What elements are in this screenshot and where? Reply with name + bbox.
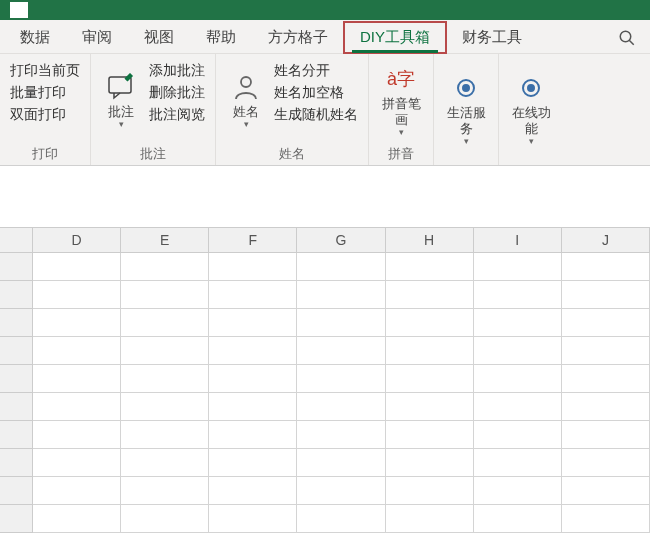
search-button[interactable] (604, 23, 650, 53)
cell[interactable] (297, 337, 385, 365)
spreadsheet-grid[interactable]: DEFGHIJ (0, 228, 650, 533)
cell[interactable] (297, 309, 385, 337)
cell[interactable] (209, 477, 297, 505)
comments-dropdown[interactable]: 批注 ▾ (101, 58, 141, 143)
cell[interactable] (33, 309, 121, 337)
cell[interactable] (209, 337, 297, 365)
cell[interactable] (386, 393, 474, 421)
tab-finance[interactable]: 财务工具 (446, 22, 538, 53)
cell[interactable] (386, 365, 474, 393)
column-header[interactable]: J (562, 228, 650, 253)
row-header[interactable] (0, 309, 33, 337)
cell[interactable] (121, 449, 209, 477)
cell[interactable] (209, 421, 297, 449)
cell[interactable] (386, 449, 474, 477)
tab-diy-toolbox[interactable]: DIY工具箱 (344, 22, 446, 53)
browse-comment-button[interactable]: 批注阅览 (149, 106, 205, 124)
tab-view[interactable]: 视图 (128, 22, 190, 53)
cell[interactable] (562, 477, 650, 505)
cell[interactable] (474, 393, 562, 421)
cell[interactable] (562, 421, 650, 449)
random-name-button[interactable]: 生成随机姓名 (274, 106, 358, 124)
cell[interactable] (386, 505, 474, 533)
cell[interactable] (33, 393, 121, 421)
column-header[interactable]: E (121, 228, 209, 253)
cell[interactable] (474, 309, 562, 337)
cell[interactable] (474, 421, 562, 449)
cell[interactable] (33, 281, 121, 309)
cell[interactable] (562, 309, 650, 337)
cell[interactable] (474, 253, 562, 281)
cell[interactable] (297, 365, 385, 393)
cell[interactable] (209, 365, 297, 393)
duplex-print-button[interactable]: 双面打印 (10, 106, 80, 124)
row-header[interactable] (0, 477, 33, 505)
cell[interactable] (562, 253, 650, 281)
cell[interactable] (121, 365, 209, 393)
cell[interactable] (209, 309, 297, 337)
cell[interactable] (209, 253, 297, 281)
row-header[interactable] (0, 505, 33, 533)
cell[interactable] (562, 281, 650, 309)
cell[interactable] (297, 253, 385, 281)
cell[interactable] (386, 337, 474, 365)
cell[interactable] (386, 281, 474, 309)
column-header[interactable]: G (297, 228, 385, 253)
cell[interactable] (297, 505, 385, 533)
cell[interactable] (121, 421, 209, 449)
cell[interactable] (386, 421, 474, 449)
cell[interactable] (474, 505, 562, 533)
name-dropdown[interactable]: 姓名 ▾ (226, 58, 266, 143)
cell[interactable] (33, 421, 121, 449)
cell[interactable] (386, 309, 474, 337)
cell[interactable] (121, 505, 209, 533)
tab-data[interactable]: 数据 (4, 22, 66, 53)
cell[interactable] (121, 337, 209, 365)
space-name-button[interactable]: 姓名加空格 (274, 84, 358, 102)
pinyin-dropdown[interactable]: à字 拼音笔画 ▾ (379, 58, 423, 143)
row-header[interactable] (0, 337, 33, 365)
delete-comment-button[interactable]: 删除批注 (149, 84, 205, 102)
tab-review[interactable]: 审阅 (66, 22, 128, 53)
cell[interactable] (562, 393, 650, 421)
life-service-dropdown[interactable]: 生活服务 ▾ (444, 58, 488, 161)
split-name-button[interactable]: 姓名分开 (274, 62, 358, 80)
select-all-corner[interactable] (0, 228, 33, 253)
tab-help[interactable]: 帮助 (190, 22, 252, 53)
cell[interactable] (474, 281, 562, 309)
cell[interactable] (33, 365, 121, 393)
cell[interactable] (474, 365, 562, 393)
cell[interactable] (474, 337, 562, 365)
column-header[interactable]: H (386, 228, 474, 253)
row-header[interactable] (0, 421, 33, 449)
cell[interactable] (474, 477, 562, 505)
online-dropdown[interactable]: 在线功能 ▾ (509, 58, 553, 161)
column-header[interactable]: D (33, 228, 121, 253)
cell[interactable] (209, 393, 297, 421)
cell[interactable] (33, 449, 121, 477)
cell[interactable] (121, 281, 209, 309)
column-header[interactable]: F (209, 228, 297, 253)
cell[interactable] (209, 449, 297, 477)
cell[interactable] (121, 393, 209, 421)
row-header[interactable] (0, 281, 33, 309)
cell[interactable] (209, 505, 297, 533)
cell[interactable] (386, 477, 474, 505)
cell[interactable] (562, 505, 650, 533)
add-comment-button[interactable]: 添加批注 (149, 62, 205, 80)
cell[interactable] (297, 393, 385, 421)
cell[interactable] (297, 449, 385, 477)
print-current-button[interactable]: 打印当前页 (10, 62, 80, 80)
row-header[interactable] (0, 449, 33, 477)
cell[interactable] (33, 253, 121, 281)
cell[interactable] (386, 253, 474, 281)
cell[interactable] (33, 477, 121, 505)
row-header[interactable] (0, 393, 33, 421)
cell[interactable] (297, 477, 385, 505)
row-header[interactable] (0, 365, 33, 393)
cell[interactable] (562, 337, 650, 365)
cell[interactable] (33, 505, 121, 533)
cell[interactable] (209, 281, 297, 309)
column-header[interactable]: I (474, 228, 562, 253)
tab-ffgz[interactable]: 方方格子 (252, 22, 344, 53)
